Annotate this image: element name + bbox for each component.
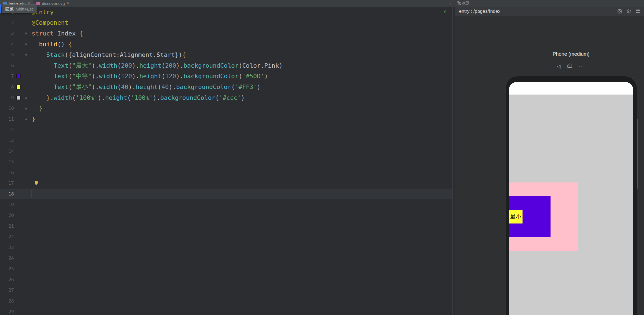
code-token: ). — [153, 94, 160, 101]
code-line[interactable]: 5∨ Stack({alignContent:Alignment.Start})… — [0, 49, 452, 60]
code-line[interactable]: 7 Text("中等").width(120).height(120).back… — [0, 71, 452, 82]
inspect-icon[interactable] — [617, 9, 622, 14]
fold-marker-icon[interactable]: ∧ — [23, 106, 29, 110]
fold-marker-icon[interactable]: ∧ — [23, 117, 29, 121]
code-text[interactable]: } — [29, 103, 452, 114]
code-line[interactable]: 16 — [0, 167, 452, 178]
code-line[interactable]: 26 — [0, 274, 452, 285]
code-token: ). — [128, 83, 136, 90]
layers-icon[interactable] — [626, 9, 631, 14]
code-text[interactable] — [29, 221, 452, 232]
close-icon[interactable]: ✕ — [67, 1, 69, 5]
code-text[interactable]: @Entry — [29, 7, 452, 17]
line-number: 25 — [0, 266, 14, 271]
line-number: 23 — [0, 245, 14, 250]
code-line[interactable]: 8 Text("最小").width(40).height(40).backgr… — [0, 82, 452, 92]
previewer-panel: entry : /pages/Index — [455, 7, 644, 315]
code-token — [32, 105, 39, 112]
inspections-ok-icon[interactable]: ✓ — [443, 8, 448, 14]
code-token: 200 — [121, 62, 132, 69]
code-line[interactable]: 17 — [0, 178, 452, 189]
fold-marker-icon[interactable]: ∨ — [23, 31, 29, 35]
code-token: backgroundColor — [183, 62, 239, 69]
code-text[interactable]: }.width('100%').height('100%').backgroun… — [29, 92, 452, 103]
color-swatch-icon[interactable] — [17, 74, 20, 78]
code-line[interactable]: 14 — [0, 146, 452, 157]
code-line[interactable]: 11∧} — [0, 114, 452, 125]
code-text[interactable] — [29, 125, 452, 135]
frame-icon[interactable] — [567, 63, 572, 69]
code-text[interactable] — [29, 199, 452, 210]
code-text[interactable]: struct Index { — [29, 28, 452, 39]
code-line[interactable]: 2@Component — [0, 17, 452, 28]
code-line[interactable]: 19 — [0, 199, 452, 210]
code-text[interactable] — [29, 274, 452, 285]
code-text[interactable] — [29, 210, 452, 221]
code-line[interactable]: 29 — [0, 306, 452, 315]
code-line[interactable]: 10∧ } — [0, 103, 452, 114]
code-line[interactable]: 20 — [0, 210, 452, 221]
code-line[interactable]: 22 — [0, 231, 452, 242]
code-text[interactable]: build() { — [29, 39, 452, 50]
code-text[interactable] — [29, 263, 452, 274]
kebab-menu-icon[interactable]: ⋮ — [447, 0, 453, 7]
code-text[interactable]: Text("最大").width(200).height(200).backgr… — [29, 60, 452, 71]
code-token: Text — [54, 73, 68, 80]
code-text[interactable] — [29, 135, 452, 146]
more-icon[interactable]: ··· — [579, 64, 585, 69]
color-swatch-icon[interactable] — [17, 96, 20, 100]
code-editor[interactable]: 1@Entry2@Component3∨struct Index {4∨ bui… — [0, 7, 452, 315]
code-line[interactable]: 24 — [0, 253, 452, 264]
code-token: "中等" — [72, 72, 92, 80]
code-text[interactable]: Stack({alignContent:Alignment.Start}){ — [29, 49, 452, 60]
code-line[interactable]: 3∨struct Index { — [0, 28, 452, 39]
code-line[interactable]: 15 — [0, 156, 452, 167]
code-line[interactable]: 9∧ }.width('100%').height('100%').backgr… — [0, 92, 452, 103]
back-triangle-icon[interactable]: ◁ — [557, 64, 561, 69]
fold-marker-icon[interactable]: ∨ — [23, 53, 29, 57]
code-line[interactable]: 12 — [0, 125, 452, 135]
color-swatch-icon[interactable] — [17, 85, 20, 89]
code-text[interactable]: Text("中等").width(120).height(120).backgr… — [29, 71, 452, 82]
code-text[interactable] — [29, 146, 452, 157]
code-token: { — [68, 41, 72, 48]
code-text[interactable] — [29, 253, 452, 264]
code-line[interactable]: 28 — [0, 296, 452, 306]
code-text[interactable]: @Component — [29, 17, 452, 28]
editor-panel-splitter[interactable] — [452, 7, 453, 315]
code-text[interactable] — [29, 285, 452, 296]
lightbulb-icon[interactable] — [34, 181, 39, 186]
code-line[interactable]: 1@Entry — [0, 7, 452, 17]
code-line[interactable]: 23 — [0, 242, 452, 253]
code-text[interactable] — [29, 189, 452, 199]
code-token: 200 — [165, 62, 176, 69]
code-text[interactable]: } — [29, 114, 452, 125]
code-line[interactable]: 6 Text("最大").width(200).height(200).back… — [0, 60, 452, 71]
code-token: Index — [57, 30, 79, 37]
code-line[interactable]: 21 — [0, 221, 452, 232]
grid-icon[interactable] — [635, 9, 640, 14]
code-text[interactable] — [29, 167, 452, 178]
code-text[interactable] — [29, 156, 452, 167]
code-text[interactable]: Text("最小").width(40).height(40).backgrou… — [29, 82, 452, 92]
code-token: "最小" — [72, 83, 92, 91]
code-text[interactable] — [29, 242, 452, 253]
code-text[interactable] — [29, 296, 452, 306]
code-line[interactable]: 27 — [0, 285, 452, 296]
line-number: 13 — [0, 138, 14, 143]
code-text[interactable] — [29, 306, 452, 315]
code-line[interactable]: 18 — [0, 189, 452, 199]
preview-controls: ◁ ··· — [506, 63, 637, 69]
tab-discover-svg[interactable]: discover.svg ✕ — [33, 0, 73, 7]
phone-screen[interactable]: 最小 — [509, 82, 633, 315]
code-text[interactable] — [29, 231, 452, 242]
fold-marker-icon[interactable]: ∧ — [23, 96, 29, 100]
code-token: ( — [68, 73, 72, 80]
code-token: '#50D' — [242, 73, 264, 80]
code-text[interactable] — [29, 178, 452, 189]
code-line[interactable]: 25 — [0, 263, 452, 274]
code-line[interactable]: 4∨ build() { — [0, 39, 452, 50]
device-label: Phone (medium) — [506, 51, 637, 57]
fold-marker-icon[interactable]: ∨ — [23, 42, 29, 46]
code-line[interactable]: 13 — [0, 135, 452, 146]
